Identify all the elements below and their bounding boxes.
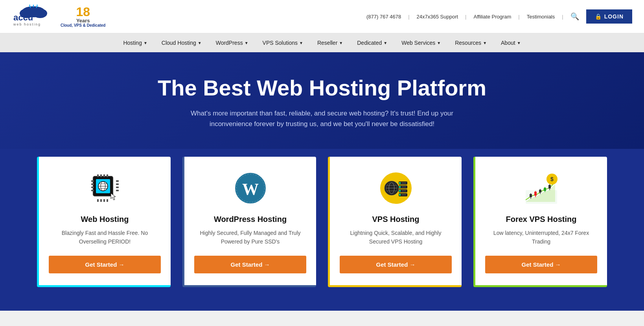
web-hosting-title: Web Hosting — [81, 215, 129, 224]
nav-item-reseller[interactable]: Reseller ▼ — [310, 34, 350, 51]
svg-point-2 — [33, 9, 47, 18]
chevron-down-icon: ▼ — [245, 41, 248, 45]
wordpress-hosting-icon: W — [231, 168, 270, 208]
svg-rect-61 — [544, 188, 546, 191]
nav-items-container: Hosting ▼ Cloud Hosting ▼ WordPress ▼ VP… — [116, 34, 528, 51]
login-button[interactable]: 🔒 LOGIN — [586, 9, 632, 24]
svg-rect-55 — [530, 194, 532, 197]
nav-item-cloud-hosting[interactable]: Cloud Hosting ▼ — [155, 34, 209, 51]
chevron-down-icon: ▼ — [198, 41, 202, 45]
nav-item-wordpress[interactable]: WordPress ▼ — [209, 34, 256, 51]
hero-title: The Best Web Hosting Platform — [8, 76, 636, 100]
svg-rect-41 — [399, 190, 401, 192]
top-bar: accu web hosting 18 Years Cloud, VPS & D… — [0, 0, 644, 33]
nav-item-hosting[interactable]: Hosting ▼ — [116, 34, 154, 51]
svg-rect-45 — [401, 194, 406, 195]
svg-rect-63 — [548, 185, 551, 189]
chevron-down-icon: ▼ — [339, 41, 343, 45]
svg-rect-12 — [97, 174, 99, 177]
svg-rect-39 — [401, 187, 406, 187]
vps-hosting-description: Lightning Quick, Scalable, and Highly Se… — [340, 229, 452, 246]
wordpress-hosting-title: WordPress Hosting — [214, 215, 287, 224]
forex-vps-hosting-get-started-button[interactable]: Get Started → — [485, 256, 597, 273]
svg-rect-42 — [401, 190, 406, 191]
svg-rect-15 — [107, 174, 108, 177]
svg-rect-25 — [116, 183, 119, 185]
chevron-down-icon: ▼ — [437, 41, 441, 45]
vps-hosting-icon — [376, 168, 416, 208]
svg-rect-38 — [399, 186, 401, 188]
svg-rect-35 — [399, 182, 401, 184]
lock-icon: 🔒 — [595, 13, 602, 20]
chevron-down-icon: ▼ — [517, 41, 521, 45]
hosting-cards-section: Web Hosting Blazingly Fast and Hassle Fr… — [0, 149, 644, 311]
svg-rect-23 — [91, 190, 94, 191]
wordpress-hosting-card: W WordPress Hosting Highly Secured, Full… — [182, 157, 316, 287]
hero-section: The Best Web Hosting Platform What's mor… — [0, 52, 644, 149]
chevron-down-icon: ▼ — [299, 41, 303, 45]
svg-text:accu: accu — [13, 13, 33, 22]
web-hosting-get-started-button[interactable]: Get Started → — [49, 256, 161, 273]
nav-item-dedicated[interactable]: Dedicated ▼ — [350, 34, 394, 51]
svg-rect-14 — [103, 174, 105, 177]
svg-text:W: W — [242, 180, 259, 198]
svg-rect-27 — [116, 190, 119, 191]
support-link[interactable]: 24x7x365 Support — [417, 14, 458, 20]
svg-rect-20 — [91, 180, 94, 182]
svg-rect-36 — [401, 183, 406, 183]
chevron-down-icon: ▼ — [383, 41, 387, 45]
vps-hosting-get-started-button[interactable]: Get Started → — [340, 256, 452, 273]
forex-vps-hosting-title: Forex VPS Hosting — [506, 215, 576, 224]
svg-rect-19 — [107, 199, 108, 202]
testimonials-link[interactable]: Testimonials — [527, 14, 555, 20]
search-icon[interactable]: 🔍 — [570, 12, 579, 21]
chevron-down-icon: ▼ — [144, 41, 147, 45]
svg-rect-59 — [539, 190, 541, 192]
nav-item-resources[interactable]: Resources ▼ — [448, 34, 494, 51]
svg-text:web hosting: web hosting — [13, 22, 41, 26]
hero-subtitle: What's more important than fast, reliabl… — [184, 108, 460, 129]
chevron-down-icon: ▼ — [483, 41, 487, 45]
phone-number: (877) 767 4678 — [366, 14, 401, 20]
svg-rect-26 — [116, 187, 119, 188]
nav-item-vps-solutions[interactable]: VPS Solutions ▼ — [256, 34, 310, 51]
forex-vps-hosting-icon: $ — [522, 168, 561, 208]
svg-rect-16 — [97, 199, 99, 202]
forex-vps-hosting-description: Low latency, Uninterrupted, 24x7 Forex T… — [485, 229, 597, 246]
web-hosting-icon — [85, 168, 125, 208]
wordpress-hosting-description: Highly Secured, Fully Managed and Truly … — [194, 229, 306, 246]
nav-item-web-services[interactable]: Web Services ▼ — [394, 34, 448, 51]
svg-rect-18 — [103, 199, 105, 202]
svg-text:$: $ — [550, 176, 554, 182]
svg-rect-17 — [100, 199, 102, 202]
vps-hosting-title: VPS Hosting — [372, 215, 419, 224]
svg-rect-57 — [534, 192, 537, 196]
main-navigation: Hosting ▼ Cloud Hosting ▼ WordPress ▼ VP… — [0, 33, 644, 52]
top-navigation: (877) 767 4678 | 24x7x365 Support | Affi… — [366, 9, 632, 24]
svg-rect-24 — [116, 180, 119, 182]
forex-vps-hosting-card: $ Forex VPS Hosting Low latency, Uninter… — [473, 157, 607, 287]
web-hosting-card: Web Hosting Blazingly Fast and Hassle Fr… — [37, 157, 171, 287]
logo-years-badge: 18 Years Cloud, VPS & Dedicated — [61, 5, 105, 27]
logo[interactable]: accu web hosting 18 Years Cloud, VPS & D… — [12, 4, 105, 29]
svg-rect-21 — [91, 183, 94, 185]
web-hosting-description: Blazingly Fast and Hassle Free. No Overs… — [49, 229, 161, 246]
wordpress-hosting-get-started-button[interactable]: Get Started → — [194, 256, 306, 273]
svg-rect-13 — [100, 174, 102, 177]
vps-hosting-card: VPS Hosting Lightning Quick, Scalable, a… — [328, 157, 462, 287]
affiliate-link[interactable]: Affiliate Program — [473, 14, 511, 20]
svg-rect-44 — [399, 194, 401, 196]
nav-item-about[interactable]: About ▼ — [494, 34, 528, 51]
svg-rect-22 — [91, 187, 94, 188]
